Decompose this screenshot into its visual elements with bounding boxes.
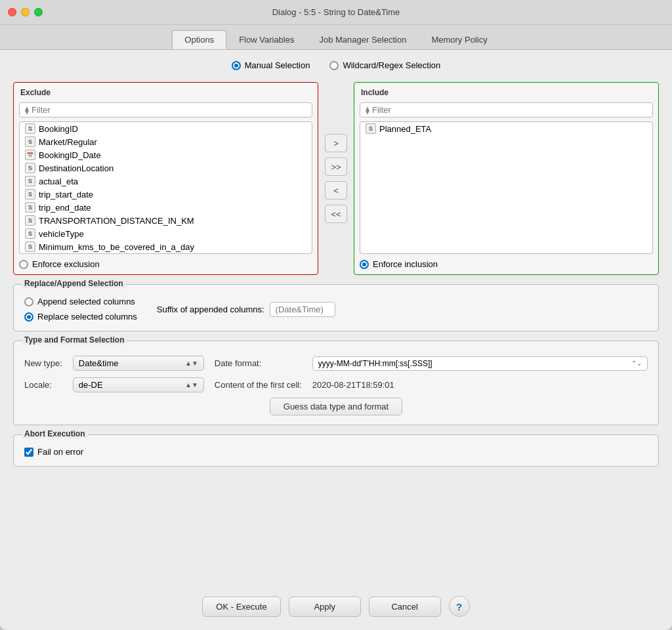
item-name: Minimum_kms_to_be_covered_in_a_day (39, 242, 194, 252)
suffix-row: Suffix of appended columns: (157, 302, 335, 317)
close-button[interactable] (8, 8, 16, 16)
list-item[interactable]: S Market/Regular (20, 135, 312, 148)
item-name: Market/Regular (39, 137, 97, 147)
exclude-filter-icon: ⧫ (25, 106, 29, 115)
bottom-bar: OK - Execute Apply Cancel ? (0, 587, 672, 630)
replace-columns-radio[interactable] (24, 312, 33, 322)
selection-mode-row: Manual Selection Wildcard/Regex Selectio… (13, 60, 659, 70)
item-name: DestinationLocation (39, 163, 114, 173)
move-buttons-panel: > >> < << (318, 82, 354, 275)
help-button[interactable]: ? (449, 596, 470, 617)
include-filter-row[interactable]: ⧫ (360, 102, 653, 117)
minimize-button[interactable] (21, 8, 30, 16)
move-left-button[interactable]: < (325, 181, 347, 200)
exclude-filter-input[interactable] (32, 105, 306, 115)
include-filter-icon: ⧫ (366, 106, 369, 115)
list-item[interactable]: S Minimum_kms_to_be_covered_in_a_day (20, 240, 312, 253)
wildcard-selection-radio[interactable] (329, 61, 339, 70)
item-name: trip_start_date (39, 190, 93, 200)
exclude-filter-row[interactable]: ⧫ (19, 102, 312, 117)
date-format-select[interactable]: yyyy-MM-dd'T'HH:mm[:ss[.SSS]] ⌃⌄ (312, 356, 648, 371)
append-columns-text: Append selected columns (37, 297, 135, 306)
type-badge: S (25, 202, 35, 213)
list-item[interactable]: 📅 BookingID_Date (20, 148, 312, 161)
fail-on-error-label: Fail on error (37, 447, 83, 457)
enforce-exclusion-row: Enforce exclusion (19, 259, 312, 269)
guess-button[interactable]: Guess data type and format (270, 398, 402, 415)
type-badge: S (25, 136, 35, 147)
guess-btn-row: Guess data type and format (24, 398, 648, 415)
type-badge: S (25, 242, 35, 252)
tab-flow-variables[interactable]: Flow Variables (226, 30, 306, 49)
item-name: actual_eta (39, 177, 78, 186)
item-name: BookingID_Date (39, 150, 101, 160)
apply-button[interactable]: Apply (289, 597, 361, 617)
replace-append-section: Replace/Append Selection Append selected… (13, 284, 659, 331)
manual-selection-label[interactable]: Manual Selection (232, 60, 310, 70)
type-badge: S (25, 176, 35, 186)
tab-job-manager[interactable]: Job Manager Selection (306, 30, 419, 49)
include-filter-input[interactable] (372, 105, 647, 115)
tab-options[interactable]: Options (172, 30, 226, 49)
list-item[interactable]: S actual_eta (20, 175, 312, 188)
main-window: Dialog - 5:5 - String to Date&Time Optio… (0, 0, 672, 630)
move-all-right-button[interactable]: >> (325, 158, 347, 176)
enforce-inclusion-radio[interactable] (360, 260, 369, 269)
list-item[interactable]: S trip_start_date (20, 188, 312, 201)
item-name: TRANSPORTATION_DISTANCE_IN_KM (39, 216, 194, 226)
include-legend: Include (360, 88, 653, 97)
list-item[interactable]: S vehicleType (20, 227, 312, 240)
wildcard-selection-label[interactable]: Wildcard/Regex Selection (329, 60, 440, 70)
traffic-lights (8, 8, 43, 16)
exclude-legend: Exclude (19, 88, 312, 97)
exclude-list[interactable]: S BookingID S Market/Regular 📅 BookingID… (19, 121, 312, 254)
replace-append-legend: Replace/Append Selection (22, 279, 126, 288)
list-item[interactable]: S trip_end_date (20, 201, 312, 214)
maximize-button[interactable] (34, 8, 43, 16)
window-title: Dialog - 5:5 - String to Date&Time (272, 7, 400, 17)
enforce-inclusion-label: Enforce inclusion (373, 259, 438, 269)
type-badge: S (366, 123, 376, 134)
list-item[interactable]: S DestinationLocation (20, 161, 312, 175)
suffix-input[interactable] (270, 302, 335, 317)
include-list[interactable]: S Planned_ETA (360, 121, 653, 254)
tabs-bar: Options Flow Variables Job Manager Selec… (0, 25, 672, 50)
new-type-select[interactable]: Date&time ▲▼ (73, 356, 204, 371)
abort-legend: Abort Execution (22, 429, 88, 438)
move-all-left-button[interactable]: << (325, 205, 347, 223)
type-badge: S (25, 163, 35, 173)
list-item[interactable]: S Planned_ETA (360, 122, 652, 135)
list-item[interactable]: S TRANSPORTATION_DISTANCE_IN_KM (20, 214, 312, 227)
type-badge: S (25, 123, 35, 134)
ok-execute-button[interactable]: OK - Execute (202, 597, 280, 617)
tab-memory-policy[interactable]: Memory Policy (419, 30, 499, 49)
locale-arrow: ▲▼ (185, 381, 198, 388)
manual-selection-text: Manual Selection (245, 60, 310, 70)
item-name: Planned_ETA (379, 124, 431, 134)
append-columns-label[interactable]: Append selected columns (24, 297, 137, 306)
append-columns-radio[interactable] (24, 297, 33, 306)
move-right-button[interactable]: > (325, 134, 347, 152)
columns-panel: Exclude ⧫ S BookingID S Market/Regular (13, 82, 659, 275)
replace-columns-label[interactable]: Replace selected columns (24, 312, 137, 322)
enforce-exclusion-radio[interactable] (19, 260, 28, 269)
cancel-button[interactable]: Cancel (369, 597, 441, 617)
locale-value: de-DE (79, 380, 103, 390)
manual-selection-radio[interactable] (232, 61, 241, 70)
type-format-legend: Type and Format Selection (22, 335, 127, 345)
content-area: Manual Selection Wildcard/Regex Selectio… (0, 50, 672, 587)
type-format-section: Type and Format Selection New type: Date… (13, 341, 659, 425)
replace-columns-text: Replace selected columns (37, 312, 137, 322)
titlebar: Dialog - 5:5 - String to Date&Time (0, 0, 672, 25)
fail-on-error-checkbox[interactable] (24, 448, 33, 457)
date-format-value: yyyy-MM-dd'T'HH:mm[:ss[.SSS]] (318, 359, 432, 368)
list-item[interactable]: S BookingID (20, 122, 312, 135)
enforce-exclusion-label: Enforce exclusion (32, 259, 100, 269)
item-name: trip_end_date (39, 203, 91, 213)
first-cell-label: Content of the first cell: (215, 380, 302, 390)
locale-select[interactable]: de-DE ▲▼ (73, 377, 204, 392)
type-badge: S (25, 189, 35, 200)
type-badge: 📅 (25, 150, 35, 160)
suffix-label: Suffix of appended columns: (157, 304, 264, 314)
new-type-value: Date&time (79, 358, 119, 368)
